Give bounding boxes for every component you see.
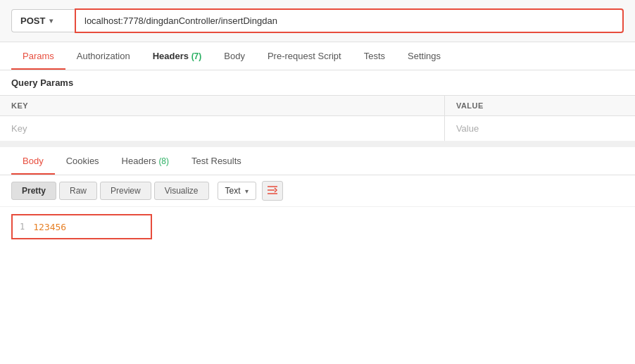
format-pretty-button[interactable]: Pretty	[11, 182, 56, 200]
response-tab-cookies[interactable]: Cookies	[55, 147, 111, 175]
param-key-cell[interactable]: Key	[0, 116, 444, 142]
tab-authorization[interactable]: Authorization	[65, 42, 142, 70]
tab-prerequest[interactable]: Pre-request Script	[256, 42, 353, 70]
text-type-label: Text	[225, 186, 241, 196]
response-tab-testresults[interactable]: Test Results	[180, 147, 253, 175]
tab-tests[interactable]: Tests	[353, 42, 396, 70]
col-header-key: KEY	[0, 96, 444, 116]
format-visualize-button[interactable]: Visualize	[154, 182, 209, 200]
tab-settings[interactable]: Settings	[396, 42, 452, 70]
tab-headers[interactable]: Headers (7)	[142, 42, 213, 70]
response-value-container: 1 123456	[11, 214, 152, 239]
response-value: 123456	[33, 222, 66, 232]
format-raw-button[interactable]: Raw	[59, 182, 97, 200]
url-bar: POST ▾	[0, 0, 635, 42]
text-type-dropdown[interactable]: Text ▾	[218, 182, 256, 200]
url-input[interactable]	[75, 8, 624, 33]
dropdown-arrow-icon: ▾	[245, 187, 249, 195]
table-row: Key Value	[0, 116, 635, 142]
wrap-icon	[267, 185, 278, 197]
method-label: POST	[20, 15, 45, 26]
method-select[interactable]: POST ▾	[11, 9, 75, 32]
request-tabs: Params Authorization Headers (7) Body Pr…	[0, 42, 635, 70]
params-table: KEY VALUE Key Value	[0, 96, 635, 142]
response-tab-body[interactable]: Body	[11, 147, 55, 175]
line-number: 1	[20, 222, 25, 232]
tab-params[interactable]: Params	[11, 42, 65, 70]
method-chevron: ▾	[49, 17, 53, 25]
tab-body[interactable]: Body	[213, 42, 256, 70]
wrap-button[interactable]	[262, 181, 283, 201]
format-row: Pretty Raw Preview Visualize Text ▾	[0, 175, 635, 207]
query-params-title: Query Params	[0, 70, 635, 96]
format-preview-button[interactable]: Preview	[100, 182, 151, 200]
response-body: 1 123456	[0, 207, 635, 246]
response-tabs: Body Cookies Headers (8) Test Results	[0, 147, 635, 175]
param-value-cell[interactable]: Value	[444, 116, 635, 142]
col-header-value: VALUE	[444, 96, 635, 116]
response-section: Body Cookies Headers (8) Test Results Pr…	[0, 142, 635, 246]
response-tab-headers[interactable]: Headers (8)	[111, 147, 180, 175]
